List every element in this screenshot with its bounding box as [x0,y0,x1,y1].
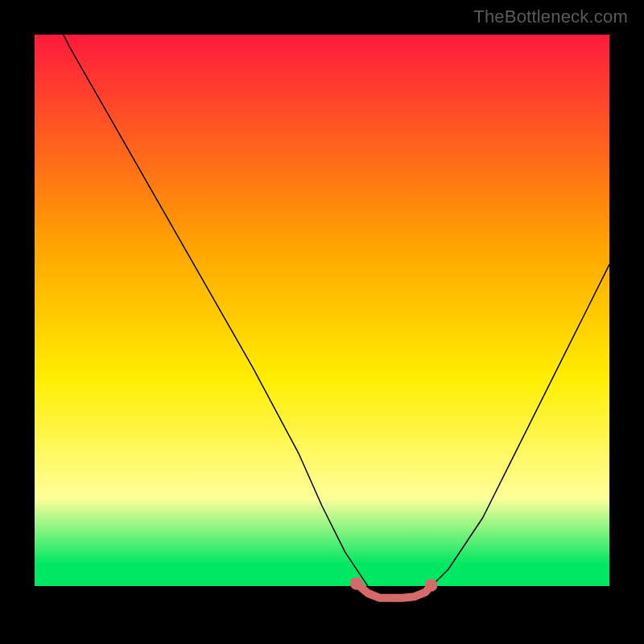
watermark-text: TheBottleneck.com [473,6,628,27]
bottleneck-curve [35,35,609,598]
optimum-end-dot [425,579,438,592]
chart-svg [35,35,609,609]
plot-area [35,35,609,609]
optimum-start-dot [350,577,363,590]
chart-container: TheBottleneck.com [0,0,644,644]
